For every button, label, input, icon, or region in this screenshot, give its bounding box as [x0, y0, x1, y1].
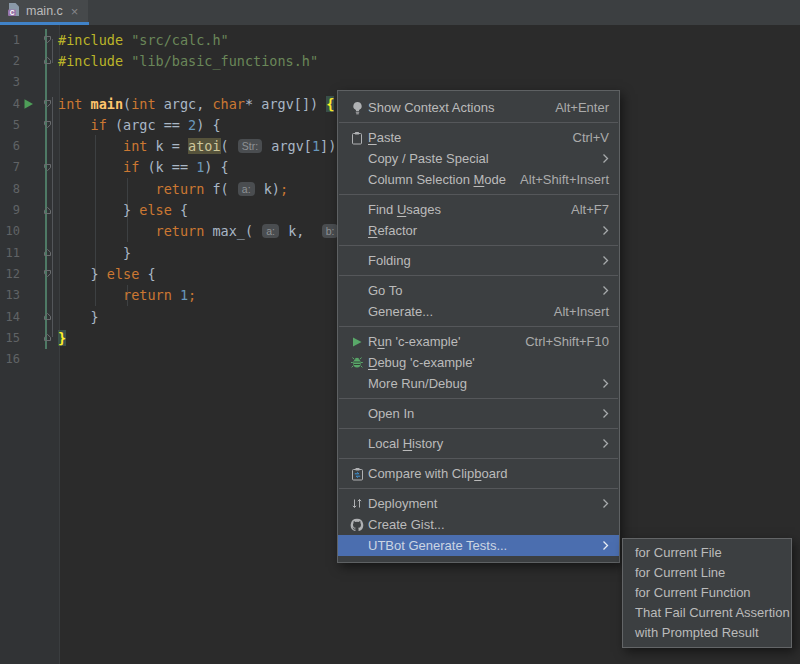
- menu-item-label: More Run/Debug: [368, 376, 467, 391]
- line-number[interactable]: 2: [0, 54, 20, 68]
- menu-shortcut: Ctrl+Shift+F10: [525, 334, 609, 349]
- run-icon: [346, 336, 368, 348]
- line-number[interactable]: 14: [0, 310, 20, 324]
- ide-window: { "colors": { "selection_blue": "#4B6EAF…: [0, 0, 800, 664]
- code-text: #include "lib/basic_functions.h": [58, 53, 318, 69]
- menu-item-utbot-generate-tests[interactable]: UTBot Generate Tests...: [338, 535, 619, 556]
- menu-item-open-in[interactable]: Open In: [338, 403, 619, 424]
- code-segment: * argv[]): [245, 96, 326, 112]
- context-menu: Show Context ActionsAlt+EnterPasteCtrl+V…: [337, 90, 620, 563]
- fold-down-icon[interactable]: [38, 269, 54, 278]
- submenu-arrow-icon: [602, 225, 609, 236]
- line-number[interactable]: 15: [0, 331, 20, 345]
- fold-up-icon[interactable]: [38, 206, 54, 215]
- menu-item-more-run-debug[interactable]: More Run/Debug: [338, 373, 619, 394]
- submenu-arrow-icon: [602, 408, 609, 419]
- line-number[interactable]: 10: [0, 224, 20, 238]
- menu-item-label: Folding: [368, 253, 411, 268]
- menu-item-copy-paste-special[interactable]: Copy / Paste Special: [338, 148, 619, 169]
- menu-item-find-usages[interactable]: Find UsagesAlt+F7: [338, 199, 619, 220]
- code-segment: max_(: [204, 223, 261, 239]
- code-text: } else {: [58, 202, 188, 218]
- line-number[interactable]: 9: [0, 203, 20, 217]
- line-number[interactable]: 6: [0, 139, 20, 153]
- line-number[interactable]: 8: [0, 182, 20, 196]
- menu-item-label: Paste: [368, 130, 401, 145]
- line-number[interactable]: 16: [0, 352, 20, 366]
- menu-item-deployment[interactable]: Deployment: [338, 493, 619, 514]
- fold-down-icon[interactable]: [38, 99, 54, 108]
- close-icon[interactable]: ×: [71, 4, 79, 19]
- menu-item-local-history[interactable]: Local History: [338, 433, 619, 454]
- line-number[interactable]: 1: [0, 33, 20, 47]
- code-segment: ) {: [204, 159, 228, 175]
- fold-down-icon[interactable]: [38, 120, 54, 129]
- submenu-item-that-fail-current-assertion[interactable]: That Fail Current Assertion: [623, 603, 791, 623]
- code-segment: [82, 96, 90, 112]
- code-segment: #include: [58, 32, 131, 48]
- menu-item-refactor[interactable]: Refactor: [338, 220, 619, 241]
- line-number[interactable]: 5: [0, 118, 20, 132]
- code-segment: [58, 223, 156, 239]
- code-segment: [58, 181, 156, 197]
- fold-down-icon[interactable]: [38, 163, 54, 172]
- fold-up-icon[interactable]: [38, 248, 54, 257]
- line-number[interactable]: 11: [0, 246, 20, 260]
- code-segment: argv[: [263, 138, 312, 154]
- menu-separator: [339, 275, 618, 276]
- compare-icon: [346, 467, 368, 481]
- code-text: }: [58, 245, 131, 261]
- line-number[interactable]: 13: [0, 288, 20, 302]
- code-text: }: [58, 330, 66, 346]
- code-segment: }: [58, 245, 131, 261]
- menu-item-compare-with-clipboard[interactable]: Compare with Clipboard: [338, 463, 619, 484]
- menu-shortcut: Alt+Insert: [554, 304, 609, 319]
- code-segment: {: [326, 96, 334, 112]
- fold-up-icon[interactable]: [38, 333, 54, 342]
- submenu-arrow-icon: [602, 153, 609, 164]
- code-segment: {: [139, 266, 155, 282]
- line-number[interactable]: 12: [0, 267, 20, 281]
- code-text: return f( a: k);: [58, 181, 288, 197]
- lightbulb-icon: [346, 101, 368, 115]
- menu-item-create-gist[interactable]: Create Gist...: [338, 514, 619, 535]
- code-segment: ) {: [196, 117, 220, 133]
- menu-item-paste[interactable]: PasteCtrl+V: [338, 127, 619, 148]
- line-number[interactable]: 3: [0, 75, 20, 89]
- menu-item-folding[interactable]: Folding: [338, 250, 619, 271]
- code-line[interactable]: 1#include "src/calc.h": [0, 29, 800, 50]
- code-segment: {: [172, 202, 188, 218]
- code-segment: #include: [58, 53, 131, 69]
- menu-item-debug-c-example[interactable]: Debug 'c-example': [338, 352, 619, 373]
- code-segment: }: [58, 266, 107, 282]
- menu-shortcut: Alt+Shift+Insert: [520, 172, 609, 187]
- fold-down-icon[interactable]: [38, 35, 54, 44]
- code-segment: "lib/basic_functions.h": [131, 53, 318, 69]
- menu-item-go-to[interactable]: Go To: [338, 280, 619, 301]
- code-segment: (: [123, 96, 131, 112]
- menu-item-generate[interactable]: Generate...Alt+Insert: [338, 301, 619, 322]
- code-segment: }: [58, 202, 139, 218]
- c-file-icon: C: [7, 2, 20, 21]
- menu-item-column-selection-mode[interactable]: Column Selection ModeAlt+Shift+Insert: [338, 169, 619, 190]
- submenu-item-for-current-function[interactable]: for Current Function: [623, 583, 791, 603]
- run-gutter-icon[interactable]: [20, 98, 38, 110]
- line-number[interactable]: 4: [0, 97, 20, 111]
- submenu-item-for-current-file[interactable]: for Current File: [623, 543, 791, 563]
- submenu-item-with-prompted-result[interactable]: with Prompted Result: [623, 623, 791, 643]
- code-segment: int: [58, 96, 82, 112]
- fold-up-icon[interactable]: [38, 312, 54, 321]
- code-segment: k,: [280, 223, 321, 239]
- menu-item-label: Compare with Clipboard: [368, 466, 507, 481]
- menu-item-run-c-example[interactable]: Run 'c-example'Ctrl+Shift+F10: [338, 331, 619, 352]
- code-segment: ]): [320, 138, 336, 154]
- github-icon: [346, 518, 368, 532]
- submenu-item-for-current-line[interactable]: for Current Line: [623, 563, 791, 583]
- code-line[interactable]: 2#include "lib/basic_functions.h": [0, 50, 800, 71]
- code-segment: k): [256, 181, 280, 197]
- menu-item-show-context-actions[interactable]: Show Context ActionsAlt+Enter: [338, 97, 619, 118]
- fold-up-icon[interactable]: [38, 56, 54, 65]
- line-number[interactable]: 7: [0, 160, 20, 174]
- code-text: return max_( a: k, b: 2);: [58, 223, 372, 239]
- code-segment: if: [123, 159, 139, 175]
